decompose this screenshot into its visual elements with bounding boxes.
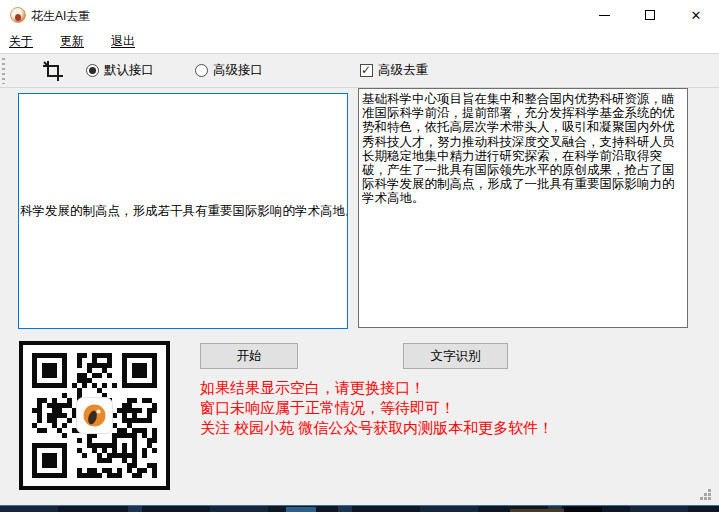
toolbar: 默认接口 高级接口 ✓ 高级去重 [0, 54, 719, 88]
radio-icon [195, 64, 208, 77]
taskbar-segment [286, 507, 316, 512]
checkbox-icon: ✓ [360, 64, 373, 77]
radio-advanced-api[interactable]: 高级接口 [195, 62, 263, 79]
notice-line-2: 窗口未响应属于正常情况，等待即可！ [200, 398, 553, 418]
source-text: 科学发展的制高点，形成若干具有重要国际影响的学术高地。 [19, 203, 348, 220]
menu-bar: 关于 更新 退出 [0, 30, 719, 54]
radio-default-api-label: 默认接口 [104, 62, 154, 79]
maximize-button[interactable] [627, 0, 673, 30]
wechat-qr-code [24, 346, 165, 485]
resize-grip[interactable] [696, 485, 711, 500]
menu-item-update[interactable]: 更新 [51, 33, 93, 50]
close-button[interactable]: ✕ [673, 0, 719, 30]
taskbar-edge[interactable] [0, 505, 719, 512]
ocr-button[interactable]: 文字识别 [403, 343, 508, 369]
app-icon [10, 7, 26, 23]
close-icon: ✕ [691, 9, 702, 22]
radio-default-api[interactable]: 默认接口 [86, 62, 154, 79]
menu-item-exit[interactable]: 退出 [102, 33, 144, 50]
minimize-button[interactable] [581, 0, 627, 30]
app-window: 花生AI去重 ✕ 关于 更新 退出 默认接口 [0, 0, 719, 505]
notice-line-1: 如果结果显示空白，请更换接口！ [200, 378, 553, 398]
crop-icon [41, 59, 65, 83]
notice-block: 如果结果显示空白，请更换接口！ 窗口未响应属于正常情况，等待即可！ 关注 校园小… [200, 378, 553, 438]
checkbox-advanced-dedup[interactable]: ✓ 高级去重 [360, 62, 428, 79]
radio-advanced-api-label: 高级接口 [213, 62, 263, 79]
maximize-icon [645, 10, 655, 20]
window-title: 花生AI去重 [31, 8, 90, 25]
result-text-output[interactable]: 基础科学中心项目旨在集中和整合国内优势科研资源，瞄准国际科学前沿，提前部署，充分… [358, 88, 688, 328]
start-button[interactable]: 开始 [200, 343, 298, 369]
notice-line-3: 关注 校园小苑 微信公众号获取内测版本和更多软件！ [200, 418, 553, 438]
checkbox-advanced-dedup-label: 高级去重 [378, 62, 428, 79]
radio-icon [86, 64, 99, 77]
result-text: 基础科学中心项目旨在集中和整合国内优势科研资源，瞄准国际科学前沿，提前部署，充分… [362, 92, 675, 205]
source-text-input[interactable]: 科学发展的制高点，形成若干具有重要国际影响的学术高地。 [18, 93, 348, 329]
minimize-icon [599, 15, 610, 16]
toolbar-gripper[interactable] [2, 58, 5, 84]
menu-item-about[interactable]: 关于 [0, 33, 42, 50]
screenshot-crop-button[interactable] [38, 57, 68, 85]
taskbar-segment [564, 507, 602, 512]
qr-code-frame [19, 341, 170, 490]
client-area: 科学发展的制高点，形成若干具有重要国际影响的学术高地。 基础科学中心项目旨在集中… [0, 88, 719, 505]
title-bar[interactable]: 花生AI去重 ✕ [0, 0, 719, 30]
